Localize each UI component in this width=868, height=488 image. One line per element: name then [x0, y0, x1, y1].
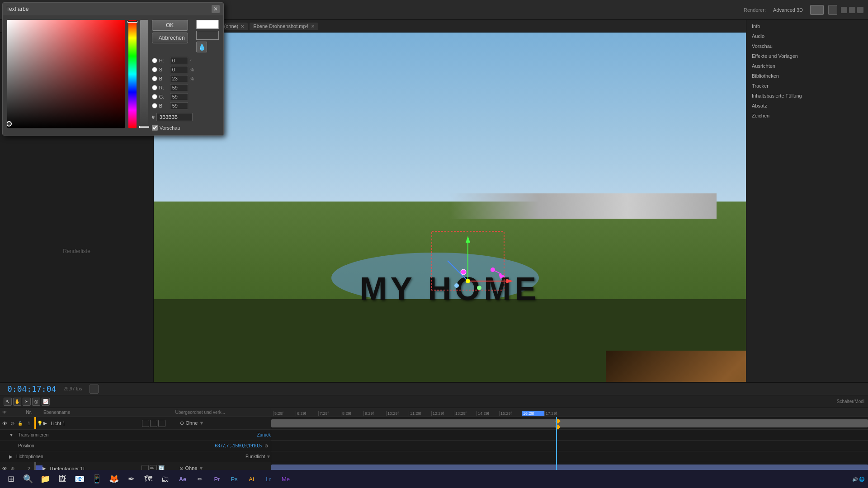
taskbar-ai-btn[interactable]: Ai — [244, 472, 259, 486]
layer-vis-2[interactable]: 👁 — [0, 466, 9, 470]
layer-expand-1[interactable]: ▶ — [43, 421, 49, 426]
layer-solo-1[interactable]: ◎ — [9, 421, 16, 426]
right-nav-zeichen[interactable]: Zeichen — [748, 111, 866, 120]
timeline-layers: 👁 Nr. Ebenenname Übergeordnet und verk..… — [0, 408, 271, 470]
r-input[interactable] — [170, 84, 188, 91]
b-input[interactable] — [170, 102, 188, 109]
layer-vis-1[interactable]: 👁 — [0, 421, 9, 426]
col-name: Ebenenname — [43, 410, 139, 415]
taskbar-pr-btn[interactable]: Pr — [210, 472, 224, 486]
taskbar-lr-btn[interactable]: Lr — [261, 472, 276, 486]
taskbar-start-btn[interactable]: ⊞ — [4, 472, 18, 486]
bri-input[interactable] — [170, 75, 188, 82]
layer-name-2[interactable]: [Tiefenfänger 1] — [48, 466, 142, 470]
sub-expand-transform[interactable]: ▼ — [9, 432, 18, 437]
switch-2-3[interactable]: 🔄 — [158, 465, 165, 470]
tl-tool-graph[interactable]: 📈 — [42, 398, 50, 406]
ruler-mark-3: 8:29f — [341, 411, 363, 416]
layer-solo-2[interactable]: ◎ — [9, 466, 16, 470]
layer-type-2 — [36, 465, 42, 470]
tl-tool-razor[interactable]: ✂ — [23, 398, 31, 406]
taskbar-phone-btn[interactable]: 📱 — [90, 472, 104, 486]
hue-input[interactable] — [170, 57, 188, 64]
right-nav-content[interactable]: Inhaltsbasierte Füllung — [748, 91, 866, 100]
b-row: B: — [152, 102, 219, 109]
hue-slider-col — [128, 20, 137, 131]
timeline-tracks: 5:29f 6:29f 7:29f 8:29f 9:29f 10:29f 11:… — [271, 408, 868, 470]
track-rows — [271, 417, 868, 470]
right-nav-vorschau[interactable]: Vorschau — [748, 42, 866, 51]
left-panel-content: Renderliste — [63, 248, 90, 254]
hue-slider[interactable] — [128, 20, 137, 128]
r-radio[interactable] — [152, 85, 157, 90]
renderer-options[interactable] — [810, 5, 824, 15]
layer-expand-2[interactable]: ▶ — [42, 466, 48, 470]
timecode-settings[interactable] — [90, 385, 99, 394]
alpha-slider[interactable] — [140, 20, 148, 128]
right-nav-audio[interactable]: Audio — [748, 32, 866, 41]
switch-1-2[interactable] — [150, 420, 157, 427]
taskbar-files-btn[interactable]: 📁 — [38, 472, 52, 486]
hue-radio[interactable] — [152, 58, 157, 63]
right-nav-info[interactable]: Info — [748, 22, 866, 31]
bri-radio[interactable] — [152, 76, 157, 81]
tl-tool-select[interactable]: ↖ — [4, 398, 12, 406]
taskbar-ae-btn[interactable]: Ae — [175, 472, 190, 486]
switch-1-1[interactable] — [142, 420, 149, 427]
taskbar-mail-btn[interactable]: 📧 — [72, 472, 87, 486]
footage-tab-layer[interactable]: Ebene Drohnenshot.mp4 ✕ — [250, 23, 318, 30]
switch-2-1[interactable] — [142, 465, 149, 470]
dialog-close-btn[interactable]: ✕ — [212, 5, 220, 13]
layer-name-1[interactable]: Licht 1 — [49, 421, 142, 426]
right-nav-bibliotheken[interactable]: Bibliotheken — [748, 71, 866, 80]
right-nav-ausrichten[interactable]: Ausrichten — [748, 61, 866, 70]
sub-value-position[interactable]: 6377,7 ;-1590,9;1910,5 — [215, 443, 262, 448]
gradient-dark — [7, 20, 125, 128]
tl-tool-roto[interactable]: ◎ — [32, 398, 40, 406]
ok-button[interactable]: OK — [152, 20, 188, 31]
sat-input[interactable] — [170, 66, 188, 73]
eyedropper-button[interactable]: 💧 — [196, 42, 207, 52]
taskbar-me-btn[interactable]: Me — [278, 472, 293, 486]
hue-cursor — [127, 21, 137, 23]
right-nav-tracker[interactable]: Tracker — [748, 81, 866, 90]
sat-radio[interactable] — [152, 67, 157, 72]
layer-lock-1[interactable]: 🔒 — [16, 421, 24, 426]
cancel-button[interactable]: Abbrechen — [152, 33, 188, 43]
sat-unit: % — [190, 67, 194, 72]
hex-input[interactable] — [156, 113, 193, 121]
layer-parent-1: ⊙Ohne ▼ — [178, 420, 271, 426]
window-minimize[interactable] — [841, 7, 847, 13]
hex-row: # — [152, 113, 219, 121]
tl-tool-hand[interactable]: ✋ — [13, 398, 21, 406]
position-keyframe[interactable]: ⊙ — [262, 443, 271, 448]
taskbar-edit-btn[interactable]: ✏ — [193, 472, 207, 486]
layer-num-2: 2 — [24, 466, 34, 470]
taskbar-gallery-btn[interactable]: 🖼 — [55, 472, 70, 486]
window-close[interactable] — [857, 7, 863, 13]
taskbar-draw-btn[interactable]: ✒ — [124, 472, 138, 486]
sub-value-transform[interactable]: Zurück — [257, 432, 271, 437]
taskbar-search-btn[interactable]: 🔍 — [21, 472, 35, 486]
sub-expand-licht[interactable]: ▶ — [9, 454, 16, 459]
window-maximize[interactable] — [849, 7, 855, 13]
switch-1-3[interactable] — [158, 420, 165, 427]
right-nav-absatz[interactable]: Absatz — [748, 101, 866, 110]
taskbar-maps-btn[interactable]: 🗺 — [141, 472, 156, 486]
color-gradient-box[interactable] — [7, 20, 125, 128]
renderer-expand[interactable] — [828, 5, 837, 15]
switch-2-2[interactable]: ✏ — [150, 465, 157, 470]
taskbar-folder-btn[interactable]: 🗂 — [158, 472, 173, 486]
taskbar-firefox-btn[interactable]: 🦊 — [107, 472, 121, 486]
g-row: G: — [152, 93, 219, 100]
sub-value-licht: Punktlicht ▼ — [245, 454, 271, 459]
track-sub-row-3 — [271, 451, 868, 462]
b-radio[interactable] — [152, 103, 157, 108]
ruler-mark-8: 13:29f — [454, 411, 476, 416]
g-radio[interactable] — [152, 94, 157, 99]
ruler-mark-11: 16:29f — [522, 411, 544, 416]
g-input[interactable] — [170, 93, 188, 100]
preview-checkbox[interactable] — [152, 125, 158, 131]
right-nav-effekte[interactable]: Effekte und Vorlagen — [748, 52, 866, 61]
taskbar-ps-btn[interactable]: Ps — [227, 472, 241, 486]
